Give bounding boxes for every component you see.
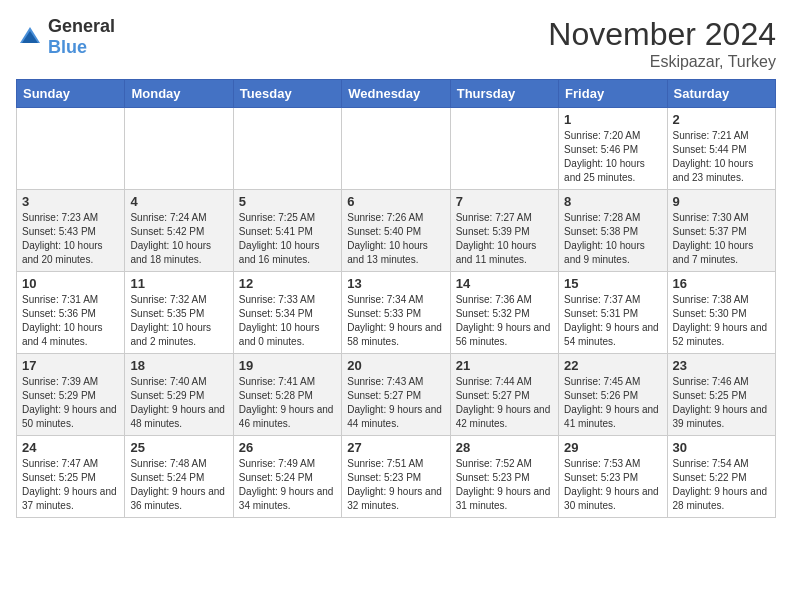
day-info: Sunrise: 7:54 AM Sunset: 5:22 PM Dayligh… (673, 457, 770, 513)
day-info: Sunrise: 7:51 AM Sunset: 5:23 PM Dayligh… (347, 457, 444, 513)
month-title: November 2024 (548, 16, 776, 53)
calendar-cell: 26Sunrise: 7:49 AM Sunset: 5:24 PM Dayli… (233, 436, 341, 518)
calendar-cell: 14Sunrise: 7:36 AM Sunset: 5:32 PM Dayli… (450, 272, 558, 354)
day-info: Sunrise: 7:30 AM Sunset: 5:37 PM Dayligh… (673, 211, 770, 267)
day-number: 7 (456, 194, 553, 209)
day-info: Sunrise: 7:33 AM Sunset: 5:34 PM Dayligh… (239, 293, 336, 349)
calendar-cell: 17Sunrise: 7:39 AM Sunset: 5:29 PM Dayli… (17, 354, 125, 436)
calendar-cell: 19Sunrise: 7:41 AM Sunset: 5:28 PM Dayli… (233, 354, 341, 436)
calendar-cell: 28Sunrise: 7:52 AM Sunset: 5:23 PM Dayli… (450, 436, 558, 518)
day-number: 14 (456, 276, 553, 291)
weekday-header-sunday: Sunday (17, 80, 125, 108)
calendar-cell: 21Sunrise: 7:44 AM Sunset: 5:27 PM Dayli… (450, 354, 558, 436)
calendar-cell (450, 108, 558, 190)
day-number: 16 (673, 276, 770, 291)
day-info: Sunrise: 7:45 AM Sunset: 5:26 PM Dayligh… (564, 375, 661, 431)
calendar-cell: 16Sunrise: 7:38 AM Sunset: 5:30 PM Dayli… (667, 272, 775, 354)
day-number: 4 (130, 194, 227, 209)
day-info: Sunrise: 7:23 AM Sunset: 5:43 PM Dayligh… (22, 211, 119, 267)
calendar-cell: 8Sunrise: 7:28 AM Sunset: 5:38 PM Daylig… (559, 190, 667, 272)
calendar-cell (125, 108, 233, 190)
day-info: Sunrise: 7:38 AM Sunset: 5:30 PM Dayligh… (673, 293, 770, 349)
day-number: 8 (564, 194, 661, 209)
day-info: Sunrise: 7:46 AM Sunset: 5:25 PM Dayligh… (673, 375, 770, 431)
day-info: Sunrise: 7:37 AM Sunset: 5:31 PM Dayligh… (564, 293, 661, 349)
day-info: Sunrise: 7:25 AM Sunset: 5:41 PM Dayligh… (239, 211, 336, 267)
calendar-cell (233, 108, 341, 190)
weekday-header-tuesday: Tuesday (233, 80, 341, 108)
calendar-cell: 24Sunrise: 7:47 AM Sunset: 5:25 PM Dayli… (17, 436, 125, 518)
day-info: Sunrise: 7:24 AM Sunset: 5:42 PM Dayligh… (130, 211, 227, 267)
day-number: 12 (239, 276, 336, 291)
day-info: Sunrise: 7:49 AM Sunset: 5:24 PM Dayligh… (239, 457, 336, 513)
calendar-cell: 7Sunrise: 7:27 AM Sunset: 5:39 PM Daylig… (450, 190, 558, 272)
calendar-table: SundayMondayTuesdayWednesdayThursdayFrid… (16, 79, 776, 518)
day-number: 1 (564, 112, 661, 127)
location-title: Eskipazar, Turkey (548, 53, 776, 71)
day-number: 10 (22, 276, 119, 291)
day-number: 21 (456, 358, 553, 373)
weekday-header-friday: Friday (559, 80, 667, 108)
calendar-cell: 9Sunrise: 7:30 AM Sunset: 5:37 PM Daylig… (667, 190, 775, 272)
day-info: Sunrise: 7:47 AM Sunset: 5:25 PM Dayligh… (22, 457, 119, 513)
calendar-cell: 25Sunrise: 7:48 AM Sunset: 5:24 PM Dayli… (125, 436, 233, 518)
day-number: 30 (673, 440, 770, 455)
calendar-cell: 3Sunrise: 7:23 AM Sunset: 5:43 PM Daylig… (17, 190, 125, 272)
calendar-cell: 29Sunrise: 7:53 AM Sunset: 5:23 PM Dayli… (559, 436, 667, 518)
day-number: 18 (130, 358, 227, 373)
day-number: 19 (239, 358, 336, 373)
day-number: 27 (347, 440, 444, 455)
day-number: 24 (22, 440, 119, 455)
calendar-cell: 11Sunrise: 7:32 AM Sunset: 5:35 PM Dayli… (125, 272, 233, 354)
calendar-cell: 23Sunrise: 7:46 AM Sunset: 5:25 PM Dayli… (667, 354, 775, 436)
day-info: Sunrise: 7:48 AM Sunset: 5:24 PM Dayligh… (130, 457, 227, 513)
calendar-cell: 12Sunrise: 7:33 AM Sunset: 5:34 PM Dayli… (233, 272, 341, 354)
day-number: 26 (239, 440, 336, 455)
calendar-cell (342, 108, 450, 190)
day-info: Sunrise: 7:28 AM Sunset: 5:38 PM Dayligh… (564, 211, 661, 267)
day-info: Sunrise: 7:27 AM Sunset: 5:39 PM Dayligh… (456, 211, 553, 267)
day-number: 15 (564, 276, 661, 291)
day-info: Sunrise: 7:52 AM Sunset: 5:23 PM Dayligh… (456, 457, 553, 513)
day-info: Sunrise: 7:26 AM Sunset: 5:40 PM Dayligh… (347, 211, 444, 267)
day-info: Sunrise: 7:44 AM Sunset: 5:27 PM Dayligh… (456, 375, 553, 431)
weekday-header-monday: Monday (125, 80, 233, 108)
day-info: Sunrise: 7:32 AM Sunset: 5:35 PM Dayligh… (130, 293, 227, 349)
day-info: Sunrise: 7:53 AM Sunset: 5:23 PM Dayligh… (564, 457, 661, 513)
day-number: 23 (673, 358, 770, 373)
calendar-cell: 1Sunrise: 7:20 AM Sunset: 5:46 PM Daylig… (559, 108, 667, 190)
calendar-cell: 27Sunrise: 7:51 AM Sunset: 5:23 PM Dayli… (342, 436, 450, 518)
day-number: 20 (347, 358, 444, 373)
day-info: Sunrise: 7:21 AM Sunset: 5:44 PM Dayligh… (673, 129, 770, 185)
calendar-cell: 18Sunrise: 7:40 AM Sunset: 5:29 PM Dayli… (125, 354, 233, 436)
calendar-cell (17, 108, 125, 190)
day-number: 2 (673, 112, 770, 127)
day-number: 5 (239, 194, 336, 209)
day-number: 22 (564, 358, 661, 373)
day-info: Sunrise: 7:39 AM Sunset: 5:29 PM Dayligh… (22, 375, 119, 431)
calendar-cell: 4Sunrise: 7:24 AM Sunset: 5:42 PM Daylig… (125, 190, 233, 272)
header-area: General Blue November 2024 Eskipazar, Tu… (16, 16, 776, 71)
logo: General Blue (16, 16, 115, 58)
day-number: 25 (130, 440, 227, 455)
day-info: Sunrise: 7:20 AM Sunset: 5:46 PM Dayligh… (564, 129, 661, 185)
day-info: Sunrise: 7:31 AM Sunset: 5:36 PM Dayligh… (22, 293, 119, 349)
calendar-cell: 5Sunrise: 7:25 AM Sunset: 5:41 PM Daylig… (233, 190, 341, 272)
logo-icon (16, 23, 44, 51)
day-info: Sunrise: 7:34 AM Sunset: 5:33 PM Dayligh… (347, 293, 444, 349)
day-info: Sunrise: 7:40 AM Sunset: 5:29 PM Dayligh… (130, 375, 227, 431)
title-area: November 2024 Eskipazar, Turkey (548, 16, 776, 71)
day-info: Sunrise: 7:43 AM Sunset: 5:27 PM Dayligh… (347, 375, 444, 431)
calendar-cell: 2Sunrise: 7:21 AM Sunset: 5:44 PM Daylig… (667, 108, 775, 190)
day-number: 9 (673, 194, 770, 209)
day-number: 11 (130, 276, 227, 291)
logo-text-blue: Blue (48, 37, 87, 57)
calendar-cell: 6Sunrise: 7:26 AM Sunset: 5:40 PM Daylig… (342, 190, 450, 272)
calendar-cell: 30Sunrise: 7:54 AM Sunset: 5:22 PM Dayli… (667, 436, 775, 518)
calendar-cell: 13Sunrise: 7:34 AM Sunset: 5:33 PM Dayli… (342, 272, 450, 354)
day-number: 13 (347, 276, 444, 291)
calendar-cell: 15Sunrise: 7:37 AM Sunset: 5:31 PM Dayli… (559, 272, 667, 354)
day-number: 29 (564, 440, 661, 455)
day-number: 17 (22, 358, 119, 373)
calendar-cell: 22Sunrise: 7:45 AM Sunset: 5:26 PM Dayli… (559, 354, 667, 436)
